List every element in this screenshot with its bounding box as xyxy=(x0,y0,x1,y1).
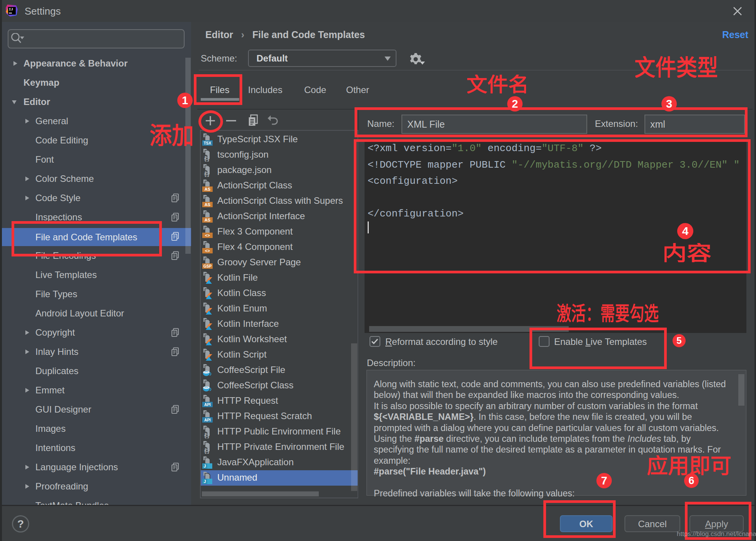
svg-text:TSX: TSX xyxy=(204,141,211,145)
svg-text:AS: AS xyxy=(205,218,210,222)
svg-text:J: J xyxy=(203,479,206,484)
svg-text:AS: AS xyxy=(205,187,210,191)
svg-text:<>: <> xyxy=(205,233,210,238)
svg-text:}: } xyxy=(207,171,210,177)
svg-text:GSP: GSP xyxy=(203,264,211,268)
svg-text:J: J xyxy=(203,464,206,468)
svg-text:AS: AS xyxy=(205,202,210,207)
svg-text:}: } xyxy=(207,156,210,161)
svg-text:}: } xyxy=(207,448,210,454)
svg-text:<>: <> xyxy=(205,248,210,253)
svg-text:API: API xyxy=(204,418,211,422)
svg-text:}: } xyxy=(207,433,210,438)
svg-text:IJ: IJ xyxy=(9,8,13,12)
svg-text:API: API xyxy=(204,403,211,407)
